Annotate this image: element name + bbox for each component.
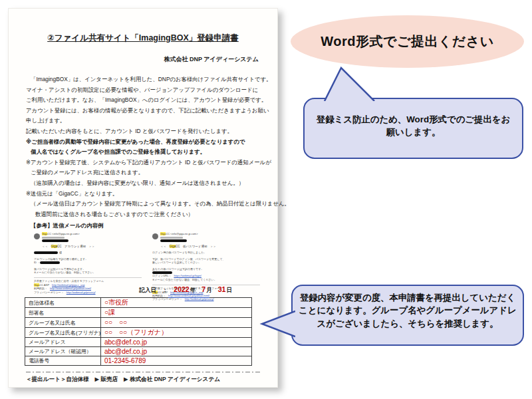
field-label: 自治体様名 bbox=[25, 298, 101, 308]
email-examples: GigaCC <info@giga.ne.jp.com> ＜＜ GigaCC ア… bbox=[26, 233, 260, 283]
email-example-account: GigaCC <info@giga.ne.jp.com> ＜＜ GigaCC ア… bbox=[34, 233, 142, 283]
field-label: 部署名 bbox=[25, 308, 101, 318]
redacted-recipient-bar bbox=[160, 239, 187, 242]
bubble-pointer-left-icon bbox=[259, 310, 295, 338]
email-from: GigaCC <info@giga.ne.jp.com> bbox=[42, 233, 80, 236]
body-line: 「ImagingBOX」は、インターネットを利用した、DNPのお客様向けファイル… bbox=[26, 74, 260, 85]
field-value: 01-2345-6789 bbox=[101, 356, 252, 365]
callout-bubble-bottom-text: 登録内容が変更の度、本申請書を再提出していただくことになります。グループ名やグル… bbox=[297, 291, 519, 329]
body-line: 申し上げます。 bbox=[26, 116, 260, 126]
email-url-link: http://webmail.jp/privacy/ bbox=[185, 297, 214, 301]
field-label: メールアドレス（確認用） bbox=[25, 347, 101, 356]
field-label: グループ名又は氏名(フリガナ) bbox=[25, 328, 101, 338]
body-line: 記載いただいた内容をもとに、アカウント ID と仮パスワードを発行いたします。 bbox=[26, 126, 260, 137]
email-example-password: GigaCC <info@giga.ne.jp.com> ＜＜ GigaCC 仮… bbox=[152, 233, 260, 283]
email-url-link: http://www.webmail.jp/yakkan.html/ bbox=[168, 294, 209, 297]
sender-avatar-icon bbox=[152, 233, 158, 239]
email-line: 様 bbox=[34, 251, 142, 254]
redacted-recipient-bar bbox=[42, 239, 68, 242]
field-label: グループ名又は氏名 bbox=[25, 318, 101, 328]
email-line: ※メールに心当たりがない場合、削除して下さい。 bbox=[34, 271, 142, 274]
callout-ellipse-word-format: Word形式でご提出ください bbox=[291, 15, 524, 68]
email-link-line: プライバシーポリシー： http://webmail.jp/privacy/ bbox=[34, 291, 142, 294]
entry-month: 7 bbox=[201, 285, 205, 293]
body-line: （メール送信日はアカウント登録完了時期によって異なります。その為、納品日付近とは… bbox=[26, 199, 260, 209]
email-subject: ＜＜ GigaCC 仮パスワード通知 ＞＞ bbox=[152, 245, 260, 248]
email-promo: 大容量ファイルを安全に送信・共有するプラットフォーム bbox=[34, 277, 142, 283]
redacted-name-bar bbox=[34, 251, 58, 254]
callout-bubble-top-text: 登録ミス防止のため、Word形式でのご提出をお願いします。 bbox=[313, 113, 514, 138]
field-value: abc@def.co.jp bbox=[101, 338, 252, 347]
bubble-pointer-up-icon bbox=[323, 66, 376, 101]
body-line: ※送信元は「GigaCC」となります。 bbox=[26, 189, 260, 200]
table-row: メールアドレス abc@def.co.jp bbox=[25, 338, 252, 347]
document-body: 「ImagingBOX」は、インターネットを利用した、DNPのお客様向けファイル… bbox=[26, 74, 260, 219]
body-line: マイナ・アシストの初期設定に必要な情報や、バージョンアップファイルのダウンロード… bbox=[26, 85, 260, 96]
callout-bubble-bottom: 登録内容が変更の度、本申請書を再提出していただくことになります。グループ名やグル… bbox=[291, 285, 524, 346]
field-value: ○課 bbox=[101, 308, 252, 318]
dash-dot-divider bbox=[26, 372, 260, 373]
entry-day: 31 bbox=[218, 285, 226, 293]
table-row: 部署名 ○課 bbox=[25, 308, 252, 318]
email-link-line: プライバシーポリシー： http://webmail.jp/privacy/ bbox=[152, 297, 260, 301]
body-line: ※アカウント登録完了後、システムから下記の通りアカウント ID と仮パスワードの… bbox=[26, 158, 260, 168]
email-from: GigaCC <info@giga.ne.jp.com> bbox=[160, 233, 198, 236]
registration-form-table: 自治体様名 ○市役所 部署名 ○課 グループ名又は氏名 ○○ ○○ グループ名又… bbox=[25, 297, 252, 365]
table-row: メールアドレス（確認用） abc@def.co.jp bbox=[25, 347, 252, 356]
body-line: 数週間前に送信される場合もございますのでご注意ください） bbox=[26, 209, 260, 220]
body-line: （追加購入の場合は、登録内容に変更がない限り、通知メールは送信されません。） bbox=[26, 178, 260, 189]
email-url-link: http://webmail.jp/giga.c_asp bbox=[52, 283, 84, 287]
page-canvas: ②ファイル共有サイト「ImagingBOX」登録申請書 株式会社 DNP アイデ… bbox=[0, 0, 532, 399]
sender-avatar-icon bbox=[34, 233, 40, 239]
body-line: ご利用いただけます。なお、「ImagingBOX」へのログインには、アカウント登… bbox=[26, 95, 260, 106]
body-line: アカウント登録には、お客様の情報が必要となりますので、下記に記載いただきますよう… bbox=[26, 106, 260, 116]
date-bar bbox=[42, 237, 65, 239]
field-value: ○○ ○○（フリガナ） bbox=[101, 328, 252, 338]
document-title: ②ファイル共有サイト「ImagingBOX」登録申請書 bbox=[26, 33, 260, 44]
field-label: メールアドレス bbox=[25, 338, 101, 347]
callout-ellipse-label: Word形式でご提出ください bbox=[321, 33, 494, 51]
body-line-emphasis: 個人名ではなくグループ名や担当課でのご登録を推奨しております。 bbox=[26, 147, 260, 158]
email-line: ログイン用の仮パスワードを発行しました。 bbox=[152, 251, 260, 254]
table-row: グループ名又は氏名(フリガナ) ○○ ○○（フリガナ） bbox=[25, 328, 252, 338]
field-value: abc@def.co.jp bbox=[101, 347, 252, 356]
field-label: 電話番号 bbox=[25, 356, 101, 365]
redacted-password-bar bbox=[152, 271, 172, 274]
submission-route-footer: ＜提出ルート＞自治体様 ▶ 販売店 ▶ 株式会社 DNP アイディーシステム bbox=[26, 376, 260, 384]
email-line: ※メールに心当たりがない場合、削除してください。 bbox=[152, 278, 260, 281]
email-url-link: https://webmail.jp/login/ bbox=[174, 274, 201, 277]
email-url-link: http://www.webmail.jp/yakkan.html/ bbox=[50, 287, 91, 290]
email-line: ID ： bbox=[34, 261, 142, 264]
body-line-emphasis: ※ご担当者様の異動等で登録内容に変更があった場合、再度登録が必要となりますので bbox=[26, 137, 260, 148]
document-page: ②ファイル共有サイト「ImagingBOX」登録申請書 株式会社 DNP アイデ… bbox=[8, 8, 278, 388]
email-url-link: http://webmail.jp/privacy/ bbox=[66, 291, 96, 294]
table-row: グループ名又は氏名 ○○ ○○ bbox=[25, 318, 252, 328]
email-line: 新しいパスワードを設定してください。 bbox=[152, 261, 260, 264]
body-line: ご登録のメールアドレス宛に送信されます。 bbox=[26, 168, 260, 178]
reference-heading: 【参考】送信メールの内容例 bbox=[26, 222, 260, 229]
date-bar bbox=[160, 237, 183, 239]
email-subject: ＜＜ GigaCC アカウント通知 ＞＞ bbox=[34, 245, 142, 248]
field-value: ○○ ○○ bbox=[101, 318, 252, 328]
redacted-id-bar bbox=[40, 261, 60, 264]
company-name: 株式会社 DNP アイディーシステム bbox=[26, 55, 259, 64]
entry-year: 2022 bbox=[174, 285, 189, 293]
callout-bubble-top: 登録ミス防止のため、Word形式でのご提出をお願いします。 bbox=[303, 98, 523, 159]
table-row: 電話番号 01-2345-6789 bbox=[25, 356, 252, 365]
